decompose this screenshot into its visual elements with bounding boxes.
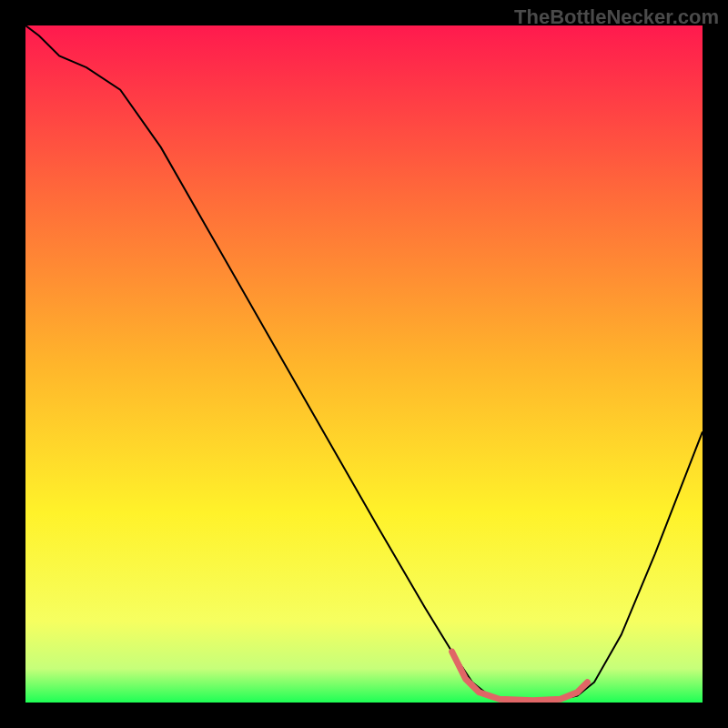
chart-background (25, 25, 703, 703)
chart-svg (25, 25, 703, 703)
chart-container: TheBottleNecker.com (0, 0, 728, 728)
chart-plot-area (25, 25, 703, 703)
watermark-text: TheBottleNecker.com (514, 5, 719, 29)
